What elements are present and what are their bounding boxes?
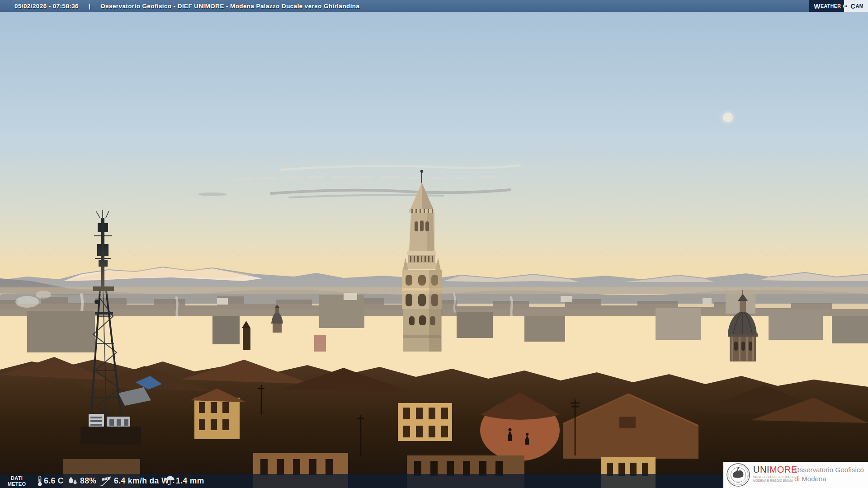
unimore-seal[interactable]: UNIVERSITAS STUDIORUM MUTINENSIS ET REGI… <box>726 463 750 487</box>
unimore-wordmark: UNIMORE <box>753 465 797 474</box>
webcam-viewer: 05/02/2026 - 07:58:36 | Osservatorio Geo… <box>0 0 868 488</box>
rain-umbrella-icon <box>165 476 176 486</box>
datetime-text: 05/02/2026 - 07:58:36 <box>14 3 79 9</box>
humidity-value: 88% <box>80 474 96 488</box>
weathercam-logo[interactable]: WEATHER CAM <box>809 0 868 12</box>
separator: | <box>89 3 90 9</box>
humidity-icon <box>67 476 78 486</box>
windsock-icon <box>100 476 113 487</box>
thermometer-icon <box>36 475 43 487</box>
wind-value: 6.4 km/h da W <box>114 474 169 488</box>
svg-text:1175: 1175 <box>736 480 740 483</box>
temperature-value: 6.6 C <box>44 474 64 488</box>
weathercam-wordmark-weather: WEATHER <box>809 0 847 12</box>
moon <box>719 108 737 127</box>
dawn-glow <box>0 244 868 294</box>
dati-meteo-label: DATI METEO <box>5 475 28 487</box>
camera-title: Osservatorio Geofisico - DIEF UNIMORE - … <box>100 3 359 9</box>
rain-value: 1.4 mm <box>176 474 204 488</box>
observatory-name: Osservatorio Geofisico di Modena <box>794 465 864 483</box>
unimore-panel: UNIVERSITAS STUDIORUM MUTINENSIS ET REGI… <box>723 462 868 488</box>
university-name: UNIVERSITÀ DEGLI STUDI DI MODENA E REGGI… <box>753 475 797 482</box>
top-status-bar: 05/02/2026 - 07:58:36 | Osservatorio Geo… <box>0 0 868 12</box>
camera-lens-icon <box>843 4 848 9</box>
webcam-scene <box>0 0 868 488</box>
unimore-logo[interactable]: UNIMORE UNIVERSITÀ DEGLI STUDI DI MODENA… <box>753 465 797 482</box>
